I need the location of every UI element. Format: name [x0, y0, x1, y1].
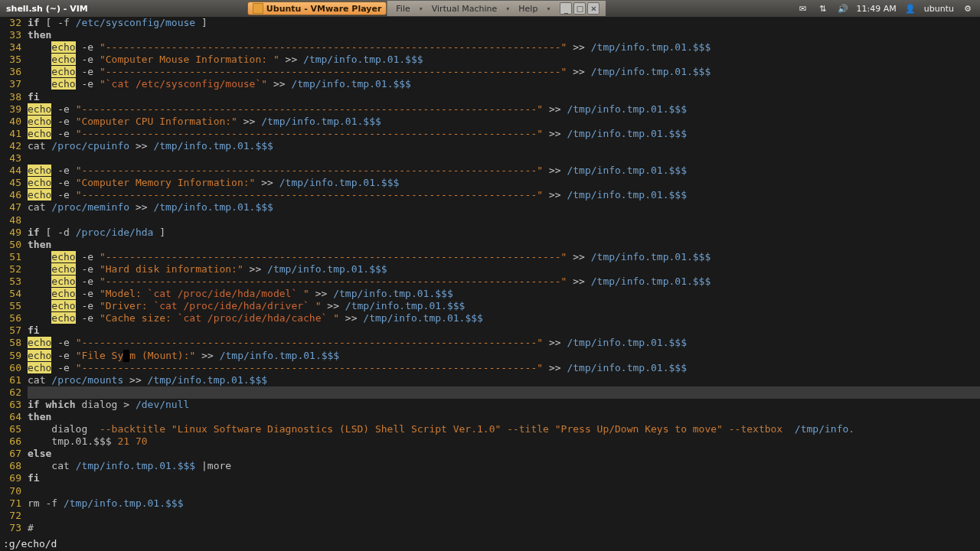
network-icon[interactable]: ⇅	[817, 2, 829, 15]
line-number: 53	[0, 276, 21, 288]
code-line[interactable]: else	[28, 448, 980, 460]
code-line[interactable]: echo -e "Cache size: `cat /proc/ide/hda/…	[28, 312, 980, 324]
code-line[interactable]: echo -e "-------------------------------…	[28, 66, 980, 78]
line-number: 56	[0, 312, 21, 324]
code-line[interactable]: cat /proc/meminfo >> /tmp/info.tmp.01.$$…	[28, 201, 980, 214]
code-line[interactable]: cat /proc/cpuinfo >> /tmp/info.tmp.01.$$…	[28, 140, 980, 152]
code-line[interactable]	[28, 510, 980, 522]
code-line[interactable]	[28, 386, 980, 399]
minimize-button[interactable]: _	[560, 2, 572, 15]
taskbar-button-vmware[interactable]: Ubuntu - VMware Player	[247, 2, 387, 15]
line-number: 50	[0, 239, 21, 251]
line-number: 43	[0, 152, 21, 165]
line-number: 62	[0, 386, 21, 399]
code-line[interactable]: then	[28, 411, 980, 423]
close-button[interactable]: ✕	[587, 2, 599, 15]
code-line[interactable]: cat /tmp/info.tmp.01.$$$ |more	[28, 460, 980, 472]
line-number: 57	[0, 324, 21, 337]
code-line[interactable]	[28, 152, 980, 165]
line-number: 41	[0, 128, 21, 140]
code-line[interactable]: echo -e "Computer CPU Information:" >> /…	[28, 116, 980, 128]
code-line[interactable]: echo -e "`cat /etc/sysconfig/mouse`" >> …	[28, 78, 980, 90]
line-number: 69	[0, 472, 21, 484]
code-area[interactable]: if [ -f /etc/sysconfig/mouse ]then echo …	[28, 17, 980, 534]
volume-icon[interactable]: 🔊	[837, 2, 849, 15]
code-line[interactable]: echo -e "Model: `cat /proc/ide/hda/model…	[28, 288, 980, 300]
code-line[interactable]: if [ -f /etc/sysconfig/mouse ]	[28, 17, 980, 29]
code-line[interactable]: fi	[28, 324, 980, 337]
vim-command-line[interactable]: :g/echo/d	[0, 537, 980, 551]
code-line[interactable]: echo -e "Computer Mouse Information: " >…	[28, 54, 980, 66]
code-line[interactable]	[28, 214, 980, 227]
code-line[interactable]: echo -e "Hard disk information:" >> /tmp…	[28, 263, 980, 276]
maximize-button[interactable]: □	[573, 2, 586, 15]
vmware-menu-bar: File▾ Virtual Machine▾ Help▾ _ □ ✕	[387, 1, 606, 16]
line-number: 54	[0, 288, 21, 300]
code-line[interactable]: echo -e "-------------------------------…	[28, 165, 980, 177]
code-line[interactable]: cat /proc/mounts >> /tmp/info.tmp.01.$$$	[28, 374, 980, 386]
taskbar-button-label: Ubuntu - VMware Player	[266, 4, 382, 14]
line-number: 36	[0, 66, 21, 78]
chevron-down-icon: ▾	[544, 5, 552, 12]
code-line[interactable]: echo -e "-------------------------------…	[28, 251, 980, 263]
gear-icon[interactable]: ⚙	[962, 2, 974, 15]
code-line[interactable]: echo -e "Computer Memory Information:" >…	[28, 177, 980, 189]
menu-file[interactable]: File	[394, 4, 412, 14]
line-number: 35	[0, 54, 21, 66]
line-number: 39	[0, 103, 21, 116]
code-line[interactable]: then	[28, 29, 980, 41]
line-number: 46	[0, 189, 21, 201]
code-line[interactable]: echo -e "Driver: `cat /proc/ide/hda/driv…	[28, 300, 980, 312]
window-controls: _ □ ✕	[560, 2, 599, 15]
chevron-down-icon: ▾	[504, 5, 511, 12]
line-number: 45	[0, 177, 21, 189]
line-number: 47	[0, 201, 21, 214]
line-number: 38	[0, 91, 21, 103]
user-icon: 👤	[904, 2, 916, 15]
line-number: 59	[0, 350, 21, 362]
menu-virtual-machine[interactable]: Virtual Machine	[430, 4, 500, 14]
code-line[interactable]: dialog --backtitle "Linux Software Diagn…	[28, 423, 980, 435]
line-number: 71	[0, 497, 21, 510]
line-number: 65	[0, 423, 21, 435]
line-number: 34	[0, 41, 21, 54]
line-number: 60	[0, 362, 21, 374]
code-line[interactable]: fi	[28, 91, 980, 103]
line-number: 68	[0, 460, 21, 472]
code-line[interactable]: echo -e "-------------------------------…	[28, 128, 980, 140]
mail-icon[interactable]: ✉	[797, 2, 809, 15]
line-number: 61	[0, 374, 21, 386]
code-line[interactable]: echo -e "File Sy m (Mount):" >> /tmp/inf…	[28, 350, 980, 362]
code-line[interactable]: fi	[28, 472, 980, 484]
code-line[interactable]: echo -e "-------------------------------…	[28, 337, 980, 349]
code-line[interactable]: if [ -d /proc/ide/hda ]	[28, 227, 980, 239]
code-line[interactable]: echo -e "-------------------------------…	[28, 362, 980, 374]
line-number: 73	[0, 522, 21, 534]
code-line[interactable]: rm -f /tmp/info.tmp.01.$$$	[28, 497, 980, 510]
code-line[interactable]: then	[28, 239, 980, 251]
code-line[interactable]: #	[28, 522, 980, 534]
code-line[interactable]: echo -e "-------------------------------…	[28, 189, 980, 201]
system-tray: ✉ ⇅ 🔊 11:49 AM 👤 ubuntu ⚙	[797, 2, 980, 15]
line-number: 33	[0, 29, 21, 41]
user-name[interactable]: ubuntu	[924, 4, 954, 14]
line-number: 55	[0, 300, 21, 312]
code-line[interactable]: echo -e "-------------------------------…	[28, 41, 980, 54]
line-number: 58	[0, 337, 21, 349]
code-line[interactable]: tmp.01.$$$ 21 70	[28, 435, 980, 448]
line-number: 40	[0, 116, 21, 128]
line-number: 67	[0, 448, 21, 460]
code-line[interactable]: if which dialog > /dev/null	[28, 399, 980, 411]
menu-help[interactable]: Help	[516, 4, 540, 14]
line-number: 51	[0, 251, 21, 263]
line-number: 32	[0, 17, 21, 29]
line-number: 52	[0, 263, 21, 276]
code-line[interactable]: echo -e "-------------------------------…	[28, 103, 980, 116]
line-number: 44	[0, 165, 21, 177]
clock[interactable]: 11:49 AM	[857, 4, 897, 14]
code-line[interactable]	[28, 485, 980, 497]
vim-editor[interactable]: 3233343536373839404142434445464748495051…	[0, 17, 980, 537]
code-line[interactable]: echo -e "-------------------------------…	[28, 276, 980, 288]
line-number: 37	[0, 78, 21, 90]
line-number-gutter: 3233343536373839404142434445464748495051…	[0, 17, 24, 534]
